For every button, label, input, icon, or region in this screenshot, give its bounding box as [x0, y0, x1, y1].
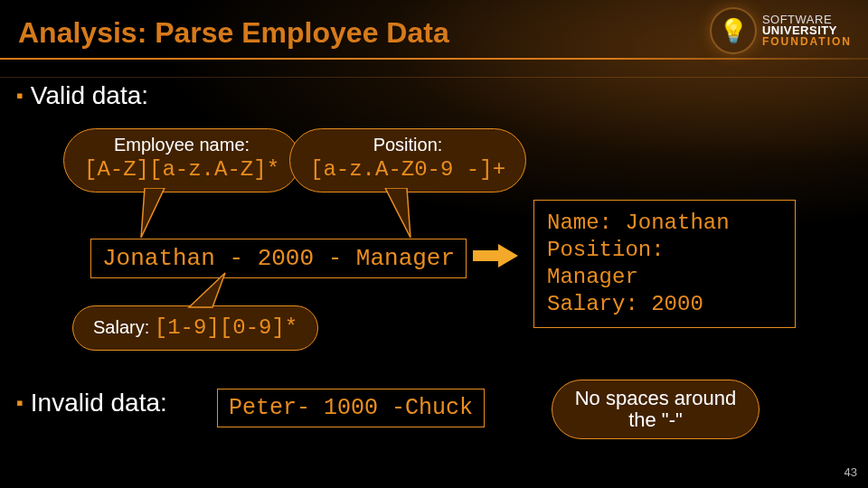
swoosh-line	[0, 77, 868, 78]
position-regex: [a-z.A-Z0-9 -]+	[310, 157, 505, 183]
valid-data-bullet: ▪ Valid data:	[16, 81, 148, 110]
slide-title: Analysis: Parse Employee Data	[18, 16, 449, 50]
valid-data-label: Valid data:	[31, 81, 148, 110]
note-callout: No spaces around the "-"	[552, 380, 760, 439]
invalid-data-label: Invalid data:	[31, 389, 167, 418]
logo-line-3: FOUNDATION	[762, 37, 852, 47]
salary-label: Salary:	[93, 317, 149, 337]
title-underline	[0, 58, 868, 60]
employee-name-callout: Employee name: [A-Z][a-z.A-Z]*	[63, 128, 300, 192]
position-label: Position:	[373, 135, 443, 155]
slide: Analysis: Parse Employee Data 💡 SOFTWARE…	[0, 0, 868, 488]
invalid-data-bullet: ▪ Invalid data:	[16, 389, 167, 418]
bullet-icon: ▪	[16, 391, 24, 415]
svg-marker-0	[141, 188, 165, 238]
arrow-right-icon	[473, 244, 518, 267]
salary-callout: Salary: [1-9][0-9]*	[72, 305, 318, 351]
valid-example-code: Jonathan - 2000 - Manager	[90, 239, 467, 278]
page-number: 43	[844, 465, 857, 479]
logo-text: SOFTWARE UNIVERSITY FOUNDATION	[762, 14, 852, 47]
lightbulb-icon: 💡	[712, 9, 755, 52]
position-callout: Position: [a-z.A-Z0-9 -]+	[289, 128, 526, 192]
bullet-icon: ▪	[16, 84, 24, 108]
svg-marker-2	[189, 273, 225, 307]
callout-tail	[380, 188, 416, 242]
brand-logo: 💡 SOFTWARE UNIVERSITY FOUNDATION	[712, 9, 852, 52]
callout-tail	[185, 271, 231, 309]
invalid-example-code: Peter- 1000 -Chuck	[217, 389, 485, 427]
employee-name-regex: [A-Z][a-z.A-Z]*	[84, 157, 279, 183]
callout-tail	[136, 188, 172, 242]
svg-marker-1	[385, 188, 410, 238]
salary-regex: [1-9][0-9]*	[155, 315, 297, 340]
employee-name-label: Employee name:	[114, 135, 250, 155]
output-box: Name: Jonathan Position: Manager Salary:…	[533, 200, 796, 328]
